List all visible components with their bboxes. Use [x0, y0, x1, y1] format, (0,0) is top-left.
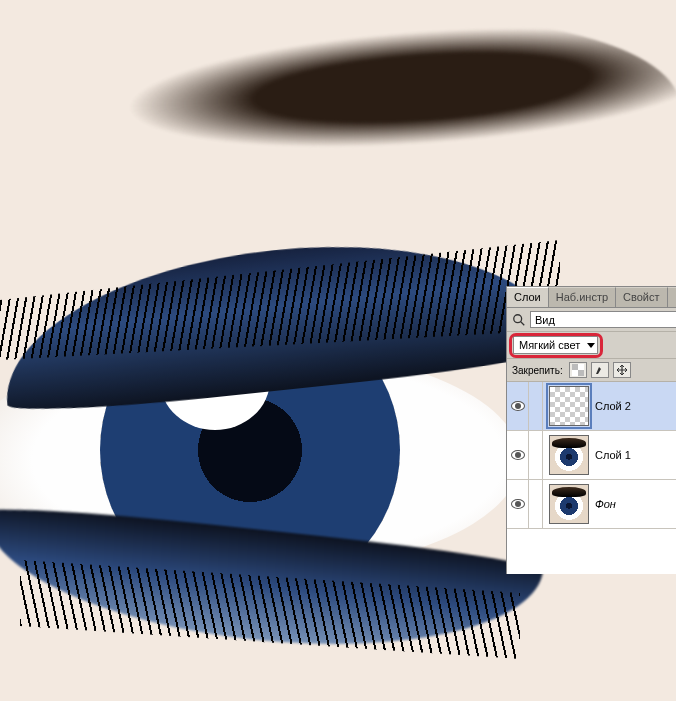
layer-name[interactable]: Фон: [595, 498, 676, 510]
visibility-toggle[interactable]: [507, 382, 529, 430]
layers-list: Слой 2 Слой 1 Фон: [507, 382, 676, 574]
tab-layers[interactable]: Слои: [507, 287, 549, 307]
svg-line-1: [521, 321, 525, 325]
svg-rect-3: [572, 364, 578, 370]
layer-row[interactable]: Фон: [507, 480, 676, 529]
layer-thumbnail[interactable]: [549, 484, 589, 524]
svg-point-0: [514, 314, 522, 322]
link-column: [529, 382, 543, 430]
layer-thumbnail[interactable]: [549, 386, 589, 426]
blend-mode-value: Мягкий свет: [519, 339, 580, 351]
chevron-down-icon: [587, 343, 595, 348]
panel-tabs: Слои Наб.инстр Свойст: [507, 287, 676, 308]
tab-spacer: [668, 287, 676, 307]
lock-row: Закрепить:: [507, 359, 676, 382]
lock-paint-icon[interactable]: [591, 362, 609, 378]
layer-row[interactable]: Слой 2: [507, 382, 676, 431]
visibility-toggle[interactable]: [507, 480, 529, 528]
layer-name[interactable]: Слой 1: [595, 449, 676, 461]
search-icon: [512, 313, 526, 327]
lock-label: Закрепить:: [512, 365, 563, 376]
layer-thumbnail[interactable]: [549, 435, 589, 475]
filter-row: [507, 308, 676, 332]
link-column: [529, 431, 543, 479]
layer-name[interactable]: Слой 2: [595, 400, 676, 412]
blend-mode-select[interactable]: Мягкий свет: [513, 336, 598, 354]
eye-icon: [511, 499, 525, 509]
lock-transparency-icon[interactable]: [569, 362, 587, 378]
svg-rect-4: [578, 370, 584, 376]
lock-icons-group: [569, 362, 631, 378]
layers-panel: Слои Наб.инстр Свойст Мягкий свет Закреп…: [506, 286, 676, 574]
link-column: [529, 480, 543, 528]
tab-tool-presets[interactable]: Наб.инстр: [549, 287, 616, 307]
eye-icon: [511, 401, 525, 411]
tab-properties[interactable]: Свойст: [616, 287, 667, 307]
eye-icon: [511, 450, 525, 460]
visibility-toggle[interactable]: [507, 431, 529, 479]
blend-mode-row: Мягкий свет: [507, 332, 676, 359]
lock-position-icon[interactable]: [613, 362, 631, 378]
layer-row[interactable]: Слой 1: [507, 431, 676, 480]
filter-kind-select[interactable]: [530, 311, 676, 328]
